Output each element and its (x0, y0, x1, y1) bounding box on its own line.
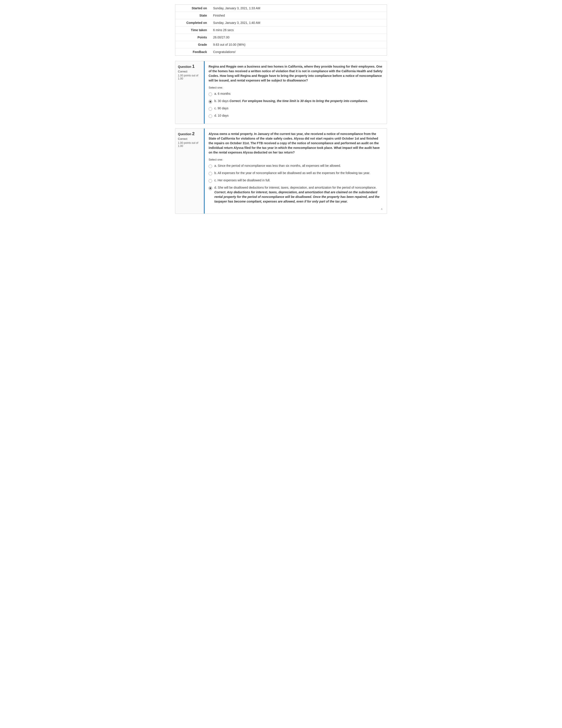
option-item-1-a[interactable]: a. 6 months (209, 91, 383, 97)
option-text-1-b: b. 30 days Correct. For employee housing… (214, 99, 383, 103)
option-text-2-d: d. She will be disallowed deductions for… (214, 185, 383, 204)
radio-1-c[interactable] (209, 106, 213, 111)
option-item-2-c[interactable]: c. Her expenses will be disallowed in fu… (209, 178, 383, 183)
question-card-1: Question 1Correct1.00 points out of 1.00… (175, 61, 387, 124)
radio-circle-2-b[interactable] (209, 172, 212, 175)
radio-circle-1-b[interactable] (209, 100, 212, 103)
option-text-1-c: c. 90 days (214, 106, 383, 111)
radio-circle-2-c[interactable] (209, 179, 212, 183)
question-body-1: Regina and Reggie own a business and two… (204, 61, 387, 124)
option-text-2-a: a. Since the period of noncompliance was… (214, 163, 383, 168)
question-number-1: Question 1 (178, 64, 201, 69)
summary-value: Sunday, January 3, 2021, 1:40 AM (211, 19, 387, 27)
radio-circle-2-d[interactable] (209, 186, 212, 190)
summary-value: Finished (211, 12, 387, 19)
radio-1-b[interactable] (209, 99, 213, 104)
radio-circle-2-a[interactable] (209, 165, 212, 168)
page-container: Started onSunday, January 3, 2021, 1:33 … (175, 4, 387, 214)
question-points-1: 1.00 points out of 1.00 (178, 74, 201, 80)
options-list-2: a. Since the period of noncompliance was… (209, 163, 383, 204)
radio-2-b[interactable] (209, 171, 213, 176)
questions-container: Question 1Correct1.00 points out of 1.00… (175, 61, 387, 214)
option-item-1-c[interactable]: c. 90 days (209, 106, 383, 111)
option-text-2-b: b. All expenses for the year of noncompl… (214, 171, 383, 175)
summary-value: 6 mins 26 secs (211, 27, 387, 34)
question-body-2: Alyssa owns a rental property. In Januar… (204, 129, 387, 214)
summary-label: Feedback (175, 48, 211, 56)
radio-2-c[interactable] (209, 178, 213, 183)
options-list-1: a. 6 monthsb. 30 days Correct. For emplo… (209, 91, 383, 118)
summary-label: Started on (175, 5, 211, 12)
question-text-1: Regina and Reggie own a business and two… (209, 64, 383, 83)
question-status-2: Correct (178, 137, 201, 140)
radio-circle-1-d[interactable] (209, 114, 212, 118)
summary-value: 9.63 out of 10.00 (96%) (211, 41, 387, 48)
summary-row: Started onSunday, January 3, 2021, 1:33 … (175, 5, 387, 12)
summary-label: State (175, 12, 211, 19)
option-item-2-a[interactable]: a. Since the period of noncompliance was… (209, 163, 383, 169)
summary-row: Completed onSunday, January 3, 2021, 1:4… (175, 19, 387, 27)
radio-circle-1-a[interactable] (209, 93, 212, 96)
question-text-2: Alyssa owns a rental property. In Januar… (209, 132, 383, 155)
option-item-2-b[interactable]: b. All expenses for the year of noncompl… (209, 171, 383, 176)
scroll-indicator: ∧ (209, 206, 383, 210)
radio-circle-1-c[interactable] (209, 107, 212, 111)
summary-label: Points (175, 34, 211, 41)
option-item-1-b[interactable]: b. 30 days Correct. For employee housing… (209, 99, 383, 104)
question-status-1: Correct (178, 70, 201, 73)
summary-label: Grade (175, 41, 211, 48)
option-text-2-c: c. Her expenses will be disallowed in fu… (214, 178, 383, 183)
question-card-2: Question 2Correct1.00 points out of 1.00… (175, 128, 387, 214)
question-sidebar-2: Question 2Correct1.00 points out of 1.00 (175, 129, 204, 214)
radio-1-d[interactable] (209, 114, 213, 118)
summary-row: FeedbackCongratulations! (175, 48, 387, 56)
option-item-1-d[interactable]: d. 10 days (209, 113, 383, 118)
radio-2-d[interactable] (209, 186, 213, 190)
summary-row: StateFinished (175, 12, 387, 19)
question-points-2: 1.00 points out of 1.00 (178, 141, 201, 148)
radio-2-a[interactable] (209, 164, 213, 169)
option-item-2-d[interactable]: d. She will be disallowed deductions for… (209, 185, 383, 204)
radio-1-a[interactable] (209, 92, 213, 97)
option-text-1-a: a. 6 months (214, 91, 383, 96)
question-sidebar-1: Question 1Correct1.00 points out of 1.00 (175, 61, 204, 124)
summary-value: Sunday, January 3, 2021, 1:33 AM (211, 5, 387, 12)
summary-label: Time taken (175, 27, 211, 34)
summary-row: Points26.00/27.00 (175, 34, 387, 41)
summary-value: 26.00/27.00 (211, 34, 387, 41)
option-text-1-d: d. 10 days (214, 113, 383, 118)
summary-value: Congratulations! (211, 48, 387, 56)
select-one-label-1: Select one: (209, 86, 383, 89)
summary-row: Time taken6 mins 26 secs (175, 27, 387, 34)
summary-label: Completed on (175, 19, 211, 27)
select-one-label-2: Select one: (209, 158, 383, 161)
summary-row: Grade9.63 out of 10.00 (96%) (175, 41, 387, 48)
question-number-2: Question 2 (178, 131, 201, 136)
summary-table: Started onSunday, January 3, 2021, 1:33 … (175, 4, 387, 56)
